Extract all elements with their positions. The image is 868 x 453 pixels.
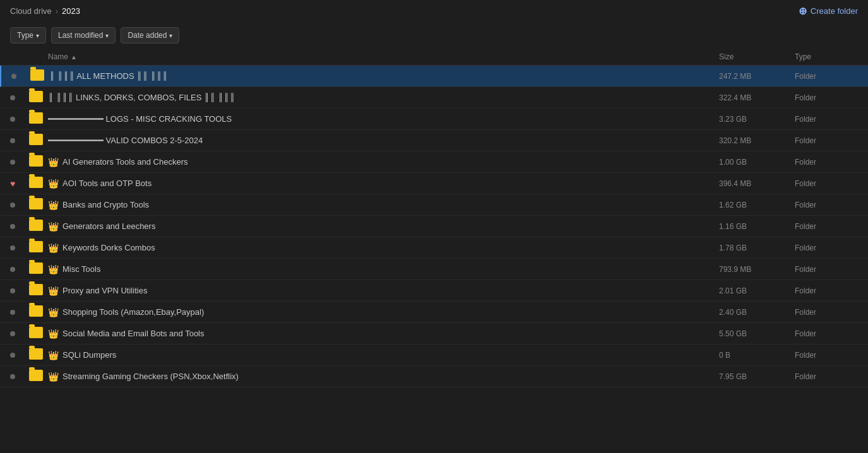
row-file-type: Folder (795, 244, 858, 252)
crown-icon: 👑 (48, 243, 59, 253)
date-added-filter-button[interactable]: Date added ▾ (121, 27, 179, 44)
top-right-area: ⊕ Create folder (799, 5, 858, 17)
table-row[interactable]: 👑Misc Tools793.9 MBFolder (0, 259, 868, 280)
create-folder-button[interactable]: ⊕ Create folder (799, 5, 858, 17)
row-file-name: 👑SQLi Dumpers (48, 350, 719, 360)
row-file-size: 1.16 GB (719, 222, 795, 231)
table-row[interactable]: ♥👑AOI Tools and OTP Bots396.4 MBFolder (0, 173, 868, 194)
dot-icon (10, 245, 15, 250)
breadcrumb-separator: › (56, 6, 58, 16)
row-file-type: Folder (795, 115, 858, 124)
table-row[interactable]: 👑Generators and Leechers1.16 GBFolder (0, 216, 868, 237)
row-file-type: Folder (795, 351, 858, 360)
dot-icon (10, 95, 15, 100)
last-modified-label: Last modified (58, 31, 103, 40)
row-indicator (10, 264, 29, 274)
row-file-size: 793.9 MB (719, 265, 795, 274)
top-bar: Cloud drive › 2023 ⊕ Create folder (0, 0, 868, 22)
file-name-text: Keywords Dorks Combos (62, 243, 719, 252)
dot-icon (10, 267, 15, 272)
folder-icon (29, 327, 43, 338)
crown-icon: 👑 (48, 329, 59, 339)
row-folder-icon (29, 348, 48, 362)
dot-icon (10, 288, 15, 293)
row-folder-icon (29, 155, 48, 168)
table-row[interactable]: 👑Keywords Dorks Combos1.78 GBFolder (0, 237, 868, 259)
toolbar: Type ▾ Last modified ▾ Date added ▾ (0, 22, 868, 49)
file-name-text: ━━━━━━━━━━━ LOGS - MISC CRACKING TOOLS (48, 114, 719, 124)
last-modified-filter-button[interactable]: Last modified ▾ (51, 27, 116, 44)
table-row[interactable]: 👑AI Generators Tools and Checkers1.00 GB… (0, 151, 868, 173)
folder-icon (30, 69, 44, 81)
table-row[interactable]: ║ ║║║ ALL METHODS ║║ ║║║247.2 MBFolder (0, 66, 868, 87)
row-file-size: 5.50 GB (719, 329, 795, 338)
row-file-name: ━━━━━━━━━━━ VALID COMBOS 2-5-2024 (48, 136, 719, 145)
row-file-type: Folder (795, 201, 858, 209)
table-row[interactable]: 👑Social Media and Email Bots and Tools5.… (0, 323, 868, 344)
table-row[interactable]: 👑Shopping Tools (Amazon,Ebay,Paypal)2.40… (0, 302, 868, 323)
header-size-col[interactable]: Size (719, 52, 795, 61)
table-row[interactable]: ║ ║║║ LINKS, DORKS, COMBOS, FILES ║║ ║║║… (0, 87, 868, 109)
create-folder-label: Create folder (811, 6, 858, 16)
dot-icon (10, 117, 15, 122)
breadcrumb-cloud-drive[interactable]: Cloud drive (10, 6, 52, 16)
header-name-col[interactable]: Name ▲ (48, 52, 719, 61)
row-file-name: 👑Banks and Crypto Tools (48, 200, 719, 210)
row-file-type: Folder (795, 93, 858, 102)
row-file-name: 👑Streaming Gaming Checkers (PSN,Xbox,Net… (48, 372, 719, 382)
crown-icon: 👑 (48, 307, 59, 317)
file-name-text: AOI Tools and OTP Bots (62, 179, 719, 188)
row-folder-icon (29, 220, 48, 233)
row-folder-icon (29, 241, 48, 254)
folder-icon (29, 198, 43, 209)
row-file-type: Folder (795, 286, 858, 295)
crown-icon: 👑 (48, 221, 59, 232)
row-file-size: 322.4 MB (719, 93, 795, 102)
table-row[interactable]: 👑SQLi Dumpers0 BFolder (0, 344, 868, 366)
table-row[interactable]: ━━━━━━━━━━━ LOGS - MISC CRACKING TOOLS3.… (0, 109, 868, 130)
folder-icon (29, 177, 43, 188)
crown-icon: 👑 (48, 179, 59, 189)
type-chevron-icon: ▾ (36, 32, 39, 39)
row-file-type: Folder (795, 72, 858, 81)
row-file-type: Folder (795, 329, 858, 338)
row-indicator (10, 221, 29, 231)
folder-icon (29, 112, 43, 124)
row-indicator (10, 350, 29, 360)
dot-icon (11, 74, 16, 79)
type-filter-button[interactable]: Type ▾ (10, 27, 46, 44)
folder-icon (29, 134, 43, 145)
row-indicator (10, 307, 29, 317)
dot-icon (10, 310, 15, 315)
date-added-chevron-icon: ▾ (169, 32, 172, 39)
row-folder-icon (29, 284, 48, 297)
crown-icon: 👑 (48, 350, 59, 360)
folder-icon (29, 262, 43, 274)
row-file-type: Folder (795, 308, 858, 317)
row-file-name: 👑Keywords Dorks Combos (48, 243, 719, 253)
row-folder-icon (29, 198, 48, 211)
file-name-text: ║ ║║║ ALL METHODS ║║ ║║║ (49, 71, 719, 81)
row-file-size: 320.2 MB (719, 136, 795, 145)
file-name-text: Shopping Tools (Amazon,Ebay,Paypal) (62, 307, 719, 317)
table-header: Name ▲ Size Type (0, 49, 868, 66)
row-indicator (10, 157, 29, 167)
row-indicator (11, 71, 30, 81)
row-file-name: 👑Shopping Tools (Amazon,Ebay,Paypal) (48, 307, 719, 317)
table-row[interactable]: 👑Banks and Crypto Tools1.62 GBFolder (0, 194, 868, 216)
breadcrumb-2023[interactable]: 2023 (62, 6, 80, 16)
header-type-col[interactable]: Type (795, 52, 858, 61)
row-folder-icon (29, 327, 48, 340)
heart-icon: ♥ (10, 179, 15, 189)
table-row[interactable]: ━━━━━━━━━━━ VALID COMBOS 2-5-2024320.2 M… (0, 130, 868, 151)
table-row[interactable]: 👑Proxy and VPN Utilities2.01 GBFolder (0, 280, 868, 302)
row-folder-icon (30, 69, 49, 83)
row-file-size: 396.4 MB (719, 179, 795, 188)
row-indicator (10, 372, 29, 381)
crown-icon: 👑 (48, 264, 59, 274)
folder-icon (29, 305, 43, 317)
table-row[interactable]: 👑Streaming Gaming Checkers (PSN,Xbox,Net… (0, 366, 868, 387)
folder-icon (29, 155, 43, 167)
row-file-size: 1.78 GB (719, 244, 795, 252)
row-file-name: 👑Proxy and VPN Utilities (48, 286, 719, 296)
